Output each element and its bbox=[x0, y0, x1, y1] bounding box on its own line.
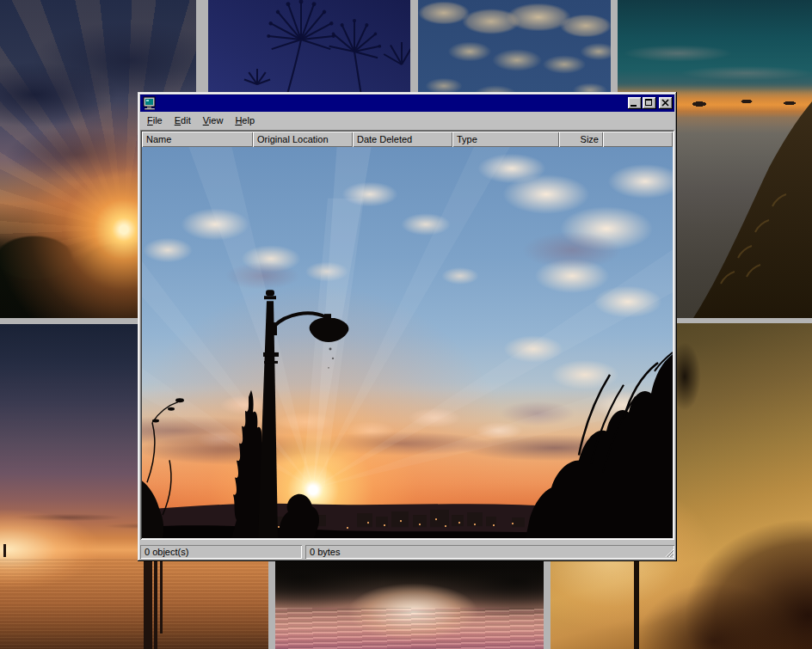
close-button[interactable] bbox=[659, 97, 673, 109]
column-header-original-location[interactable]: Original Location bbox=[253, 132, 353, 147]
minimize-button[interactable] bbox=[628, 97, 642, 109]
column-header-name[interactable]: Name bbox=[142, 132, 253, 147]
maximize-icon bbox=[645, 99, 652, 106]
menu-item-edit[interactable]: Edit bbox=[169, 113, 197, 128]
maximize-button[interactable] bbox=[643, 97, 656, 109]
minimize-icon bbox=[631, 105, 637, 107]
close-icon bbox=[661, 99, 669, 107]
recycle-bin-window: FileEditViewHelp NameOriginal LocationDa… bbox=[138, 92, 677, 561]
lake-pole bbox=[3, 544, 6, 557]
status-bar: 0 object(s) 0 bytes bbox=[140, 542, 674, 559]
recycle-bin-list-area[interactable] bbox=[142, 147, 673, 538]
resize-grip[interactable] bbox=[663, 547, 674, 558]
column-header-date-deleted[interactable]: Date Deleted bbox=[353, 132, 452, 147]
lake-pole bbox=[160, 560, 163, 634]
menu-item-help[interactable]: Help bbox=[229, 113, 261, 128]
menu-item-file[interactable]: File bbox=[141, 113, 169, 128]
ripple-texture bbox=[275, 608, 544, 649]
menu-bar: FileEditViewHelp bbox=[140, 112, 674, 130]
menu-item-view[interactable]: View bbox=[197, 113, 230, 128]
screen: { "desktop": { "background_color": "#b4b… bbox=[0, 0, 812, 649]
wallpaper-tile-water-reflection bbox=[275, 550, 544, 649]
titlebar[interactable] bbox=[140, 95, 674, 112]
status-size: 0 bytes bbox=[305, 545, 674, 559]
status-objects: 0 object(s) bbox=[140, 545, 302, 559]
lake-water-texture bbox=[0, 558, 268, 649]
lake-pole bbox=[144, 559, 152, 649]
lake-pole bbox=[154, 559, 157, 649]
column-header-filler bbox=[603, 132, 673, 147]
column-header-row: NameOriginal LocationDate DeletedTypeSiz… bbox=[142, 132, 673, 147]
computer-icon[interactable] bbox=[143, 96, 157, 110]
column-header-type[interactable]: Type bbox=[452, 132, 559, 147]
list-view-frame: NameOriginal LocationDate DeletedTypeSiz… bbox=[140, 130, 674, 540]
column-header-size[interactable]: Size bbox=[559, 132, 603, 147]
sunset-lamppost-photo bbox=[142, 147, 673, 538]
